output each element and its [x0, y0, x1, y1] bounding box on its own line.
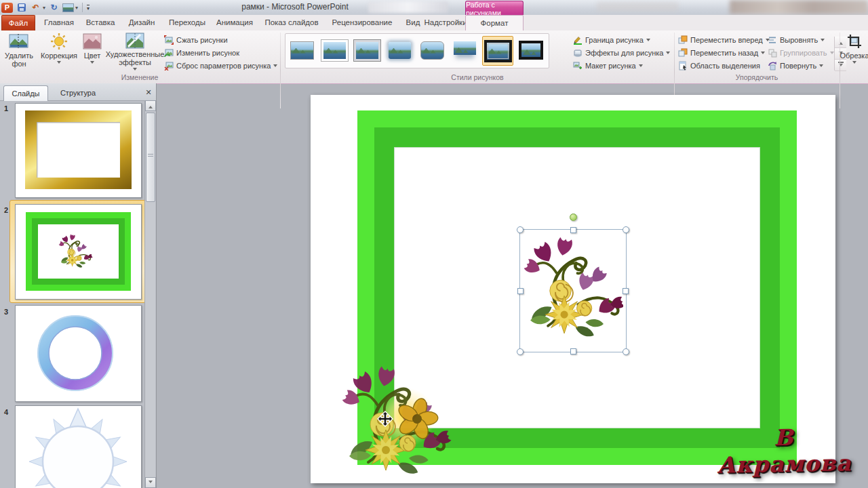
slide-thumbnail-4[interactable]	[15, 405, 142, 488]
color-label: Цвет	[84, 52, 101, 60]
send-backward-button[interactable]: Переместить назад	[678, 47, 765, 58]
tab-animations[interactable]: Анимация	[213, 15, 256, 30]
blurred-overlay	[730, 0, 868, 14]
flower-cluster-thumbnail	[58, 233, 93, 271]
slide-number-1: 1	[4, 104, 14, 113]
selected-picture[interactable]	[519, 229, 627, 352]
tab-outline[interactable]: Структура	[50, 85, 106, 100]
tab-insert[interactable]: Вставка	[81, 15, 119, 30]
compress-pictures-button[interactable]: Сжать рисунки	[164, 34, 228, 45]
dragged-flower-image[interactable]	[341, 363, 458, 477]
pane-scrollbar[interactable]	[144, 100, 155, 488]
quick-access-toolbar: P ↶ ▾ ↻ ▾ ▾	[1, 1, 90, 14]
tab-file[interactable]: Файл	[1, 15, 35, 30]
redo-button[interactable]: ↻	[48, 2, 60, 13]
tab-design[interactable]: Дизайн	[123, 15, 160, 30]
rotate-label: Повернуть	[780, 62, 816, 70]
slides-pane-tabs: Слайды Структура ✕	[0, 83, 156, 101]
picture-style-6[interactable]	[450, 37, 479, 64]
watermark: В Акрамова	[709, 423, 859, 479]
slide-thumbnail-3[interactable]	[15, 305, 142, 402]
blue-ring-graphic	[16, 306, 141, 401]
send-backward-dropdown-icon	[761, 52, 765, 56]
resize-handle-w[interactable]	[517, 288, 524, 294]
tab-transitions[interactable]: Переходы	[165, 15, 209, 30]
slide-thumbnail-1[interactable]	[15, 103, 142, 198]
resize-handle-n[interactable]	[570, 227, 576, 233]
corrections-button[interactable]: Коррекция	[39, 32, 79, 73]
bring-forward-icon	[678, 35, 688, 45]
resize-handle-s[interactable]	[570, 348, 576, 354]
scrollbar-down-button[interactable]	[145, 477, 156, 488]
tab-review[interactable]: Рецензирование	[327, 15, 397, 30]
picture-style-1[interactable]	[287, 37, 317, 64]
picture-style-4[interactable]	[384, 37, 414, 64]
group-objects-label: Группировать	[780, 49, 827, 57]
selection-pane-button[interactable]: Область выделения	[678, 60, 760, 71]
tab-view[interactable]: Вид	[401, 15, 425, 30]
picture-style-3[interactable]	[352, 37, 382, 64]
scrollbar-up-button[interactable]	[145, 100, 156, 111]
window-title: рамки - Microsoft PowerPoint	[190, 2, 400, 12]
picture-style-2[interactable]	[319, 37, 349, 64]
corrections-dropdown-icon	[57, 61, 61, 66]
corrections-sun-icon	[50, 32, 68, 51]
resize-handle-sw[interactable]	[517, 348, 524, 355]
corrections-label: Коррекция	[41, 52, 77, 60]
remove-background-button[interactable]: Удалить фон	[1, 32, 37, 73]
crop-button[interactable]: Обрезка	[841, 32, 868, 73]
resize-handle-nw[interactable]	[517, 226, 524, 233]
picture-effects-button[interactable]: Эффекты для рисунка	[573, 47, 670, 58]
picture-border-button[interactable]: Граница рисунка	[573, 34, 650, 45]
resize-handle-ne[interactable]	[623, 226, 629, 233]
powerpoint-app-icon[interactable]: P	[1, 3, 13, 13]
resize-handle-se[interactable]	[623, 348, 629, 355]
picture-style-5[interactable]	[417, 37, 447, 64]
rotate-icon	[768, 61, 777, 70]
artistic-effects-button[interactable]: Художественные эффекты	[106, 32, 164, 73]
tab-slideshow[interactable]: Показ слайдов	[260, 15, 323, 30]
color-button[interactable]: Цвет	[80, 32, 104, 73]
flower-image[interactable]	[523, 234, 623, 348]
color-dropdown-icon	[90, 61, 94, 66]
picture-border-icon	[573, 35, 583, 45]
undo-dropdown-icon[interactable]: ▾	[43, 5, 45, 11]
tab-home[interactable]: Главная	[39, 15, 79, 30]
group-objects-icon	[768, 48, 777, 58]
change-picture-button[interactable]: Изменить рисунок	[164, 47, 239, 58]
tab-addins[interactable]: Надстройки	[427, 15, 464, 30]
align-button[interactable]: Выровнять	[768, 34, 825, 45]
style-thumbnail	[519, 41, 543, 60]
picture-style-8[interactable]	[516, 37, 546, 64]
tab-slides[interactable]: Слайды	[3, 85, 48, 101]
close-pane-icon[interactable]: ✕	[144, 87, 153, 97]
picture-layout-button[interactable]: Макет рисунка	[573, 60, 643, 71]
resize-handle-e[interactable]	[623, 288, 629, 294]
picture-layout-icon	[573, 61, 583, 70]
send-backward-label: Переместить назад	[690, 49, 758, 57]
insert-picture-button[interactable]	[62, 2, 74, 13]
customize-qat-button[interactable]: ▾	[87, 5, 90, 11]
style-thumbnail	[290, 41, 314, 60]
ribbon: Удалить фон Коррекция Цвет Художестве	[0, 30, 868, 84]
sun-frame-graphic	[16, 406, 141, 488]
remove-background-label: Удалить фон	[1, 52, 37, 68]
undo-button[interactable]: ↶	[30, 2, 41, 13]
group-label-adjust: Изменение	[0, 73, 279, 83]
reset-picture-button[interactable]: Сброс параметров рисунка	[164, 60, 277, 71]
rotate-handle[interactable]	[570, 214, 577, 221]
slide-number-3: 3	[4, 308, 14, 316]
slide-number-4: 4	[4, 408, 14, 416]
picture-style-7-selected[interactable]	[482, 36, 513, 66]
picture-dropdown-icon[interactable]: ▾	[75, 5, 78, 11]
scrollbar-thumb[interactable]	[146, 113, 155, 202]
tab-format[interactable]: Формат	[465, 15, 524, 31]
group-separator	[840, 33, 840, 108]
bring-forward-button[interactable]: Переместить вперед	[678, 34, 770, 45]
save-button[interactable]	[16, 2, 27, 13]
rotate-button[interactable]: Повернуть	[768, 60, 823, 71]
crop-dropdown-icon	[852, 61, 856, 66]
slide-thumbnail-2-selected[interactable]	[15, 204, 142, 300]
picture-icon	[62, 3, 74, 12]
style-thumbnail	[454, 41, 476, 55]
